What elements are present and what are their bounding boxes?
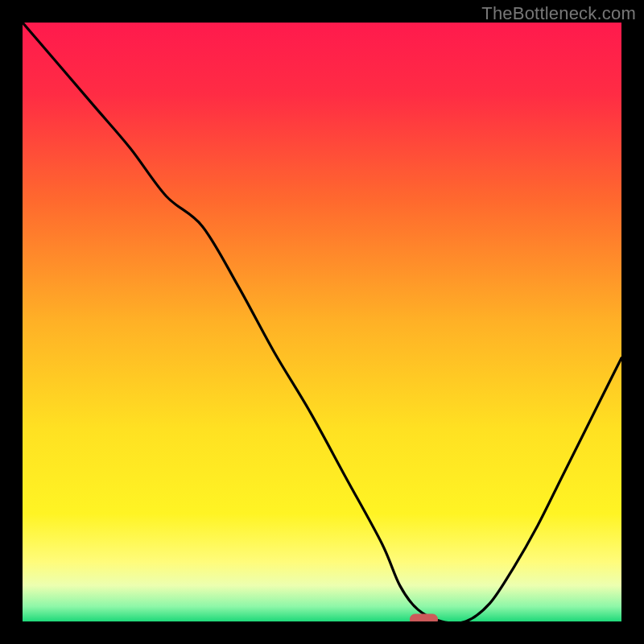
chart-svg: [23, 23, 621, 621]
plot-area: [23, 23, 621, 621]
watermark-text: TheBottleneck.com: [481, 3, 636, 24]
gradient-background: [23, 23, 621, 621]
optimum-marker: [410, 614, 437, 621]
chart-frame: TheBottleneck.com: [0, 0, 644, 644]
